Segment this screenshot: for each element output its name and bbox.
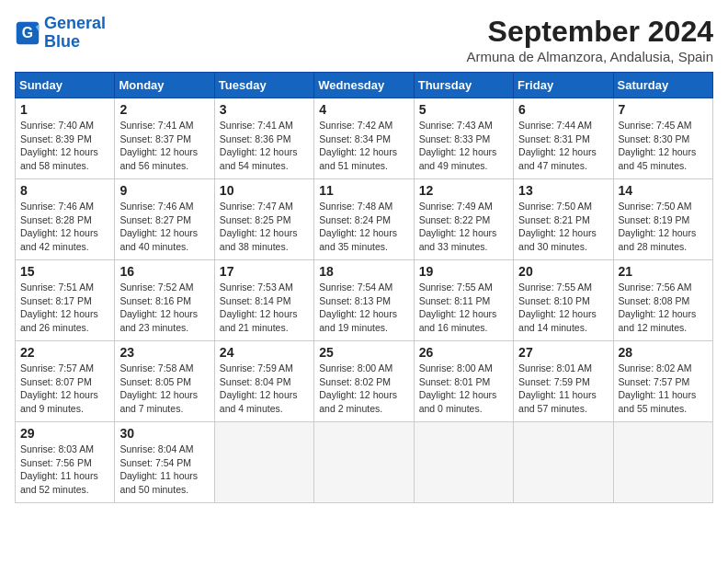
day-number: 2: [119, 102, 209, 117]
calendar-day-cell: 25 Sunrise: 8:00 AM Sunset: 8:02 PM Dayl…: [314, 341, 414, 422]
calendar-day-cell: [314, 422, 414, 503]
day-number: 21: [619, 264, 708, 279]
day-number: 1: [20, 102, 109, 117]
calendar-day-cell: 17 Sunrise: 7:53 AM Sunset: 8:14 PM Dayl…: [214, 260, 313, 341]
calendar-day-cell: 6 Sunrise: 7:44 AM Sunset: 8:31 PM Dayli…: [514, 98, 613, 179]
day-number: 24: [220, 345, 309, 360]
calendar-week-row: 1 Sunrise: 7:40 AM Sunset: 8:39 PM Dayli…: [16, 98, 713, 179]
calendar-week-row: 22 Sunrise: 7:57 AM Sunset: 8:07 PM Dayl…: [16, 341, 713, 422]
day-number: 19: [419, 264, 508, 279]
day-of-week-header: Friday: [514, 73, 613, 98]
day-info: Sunrise: 8:00 AM Sunset: 8:02 PM Dayligh…: [319, 362, 408, 416]
logo-text: General Blue: [44, 15, 106, 52]
day-number: 11: [319, 183, 408, 198]
day-info: Sunrise: 7:50 AM Sunset: 8:21 PM Dayligh…: [518, 200, 608, 254]
logo-icon: G: [15, 20, 40, 46]
day-number: 16: [119, 264, 209, 279]
day-of-week-header: Monday: [115, 73, 214, 98]
day-number: 17: [220, 264, 309, 279]
calendar-day-cell: [514, 422, 613, 503]
day-number: 14: [619, 183, 708, 198]
day-number: 12: [419, 183, 508, 198]
day-number: 25: [319, 345, 408, 360]
day-number: 13: [518, 183, 608, 198]
calendar-day-cell: 26 Sunrise: 8:00 AM Sunset: 8:01 PM Dayl…: [414, 341, 513, 422]
day-info: Sunrise: 8:02 AM Sunset: 7:57 PM Dayligh…: [619, 362, 708, 416]
calendar-day-cell: [214, 422, 313, 503]
day-info: Sunrise: 7:48 AM Sunset: 8:24 PM Dayligh…: [319, 200, 408, 254]
calendar-day-cell: 14 Sunrise: 7:50 AM Sunset: 8:19 PM Dayl…: [613, 179, 712, 260]
calendar-day-cell: 21 Sunrise: 7:56 AM Sunset: 8:08 PM Dayl…: [613, 260, 712, 341]
calendar-header: SundayMondayTuesdayWednesdayThursdayFrid…: [16, 73, 713, 98]
day-number: 22: [20, 345, 109, 360]
day-info: Sunrise: 7:42 AM Sunset: 8:34 PM Dayligh…: [319, 119, 408, 173]
calendar-table: SundayMondayTuesdayWednesdayThursdayFrid…: [15, 72, 713, 503]
day-number: 27: [518, 345, 608, 360]
calendar-day-cell: 11 Sunrise: 7:48 AM Sunset: 8:24 PM Dayl…: [314, 179, 414, 260]
calendar-week-row: 29 Sunrise: 8:03 AM Sunset: 7:56 PM Dayl…: [16, 422, 713, 503]
day-info: Sunrise: 7:59 AM Sunset: 8:04 PM Dayligh…: [220, 362, 309, 416]
day-info: Sunrise: 7:40 AM Sunset: 8:39 PM Dayligh…: [20, 119, 109, 173]
calendar-day-cell: 3 Sunrise: 7:41 AM Sunset: 8:36 PM Dayli…: [214, 98, 313, 179]
day-info: Sunrise: 7:47 AM Sunset: 8:25 PM Dayligh…: [220, 200, 309, 254]
day-number: 8: [20, 183, 109, 198]
day-of-week-header: Sunday: [16, 73, 115, 98]
calendar-day-cell: 20 Sunrise: 7:55 AM Sunset: 8:10 PM Dayl…: [514, 260, 613, 341]
day-info: Sunrise: 8:00 AM Sunset: 8:01 PM Dayligh…: [419, 362, 508, 416]
calendar-day-cell: 23 Sunrise: 7:58 AM Sunset: 8:05 PM Dayl…: [115, 341, 214, 422]
day-info: Sunrise: 7:43 AM Sunset: 8:33 PM Dayligh…: [419, 119, 508, 173]
calendar-day-cell: 19 Sunrise: 7:55 AM Sunset: 8:11 PM Dayl…: [414, 260, 513, 341]
calendar-day-cell: 13 Sunrise: 7:50 AM Sunset: 8:21 PM Dayl…: [514, 179, 613, 260]
day-info: Sunrise: 7:55 AM Sunset: 8:11 PM Dayligh…: [419, 281, 508, 335]
calendar-day-cell: 15 Sunrise: 7:51 AM Sunset: 8:17 PM Dayl…: [16, 260, 115, 341]
calendar-day-cell: 5 Sunrise: 7:43 AM Sunset: 8:33 PM Dayli…: [414, 98, 513, 179]
day-info: Sunrise: 7:46 AM Sunset: 8:27 PM Dayligh…: [119, 200, 209, 254]
calendar-day-cell: 22 Sunrise: 7:57 AM Sunset: 8:07 PM Dayl…: [16, 341, 115, 422]
day-of-week-header: Saturday: [613, 73, 712, 98]
calendar-day-cell: 28 Sunrise: 8:02 AM Sunset: 7:57 PM Dayl…: [613, 341, 712, 422]
day-info: Sunrise: 8:01 AM Sunset: 7:59 PM Dayligh…: [518, 362, 608, 416]
day-info: Sunrise: 8:03 AM Sunset: 7:56 PM Dayligh…: [20, 442, 109, 497]
day-number: 7: [619, 102, 708, 117]
day-info: Sunrise: 7:53 AM Sunset: 8:14 PM Dayligh…: [220, 281, 309, 335]
calendar-day-cell: 18 Sunrise: 7:54 AM Sunset: 8:13 PM Dayl…: [314, 260, 414, 341]
logo: G General Blue: [15, 15, 106, 52]
day-info: Sunrise: 7:54 AM Sunset: 8:13 PM Dayligh…: [319, 281, 408, 335]
day-info: Sunrise: 7:55 AM Sunset: 8:10 PM Dayligh…: [518, 281, 608, 335]
day-info: Sunrise: 7:46 AM Sunset: 8:28 PM Dayligh…: [20, 200, 109, 254]
day-number: 29: [20, 426, 109, 441]
day-info: Sunrise: 7:41 AM Sunset: 8:37 PM Dayligh…: [119, 119, 209, 173]
page-header: G General Blue September 2024 Armuna de …: [15, 15, 713, 64]
day-number: 4: [319, 102, 408, 117]
calendar-day-cell: 30 Sunrise: 8:04 AM Sunset: 7:54 PM Dayl…: [115, 422, 214, 503]
day-number: 30: [119, 426, 209, 441]
day-number: 18: [319, 264, 408, 279]
calendar-day-cell: 2 Sunrise: 7:41 AM Sunset: 8:37 PM Dayli…: [115, 98, 214, 179]
calendar-day-cell: 29 Sunrise: 8:03 AM Sunset: 7:56 PM Dayl…: [16, 422, 115, 503]
day-of-week-header: Thursday: [414, 73, 513, 98]
day-number: 9: [119, 183, 209, 198]
day-number: 26: [419, 345, 508, 360]
calendar-week-row: 8 Sunrise: 7:46 AM Sunset: 8:28 PM Dayli…: [16, 179, 713, 260]
title-block: September 2024 Armuna de Almanzora, Anda…: [467, 15, 714, 64]
day-info: Sunrise: 7:44 AM Sunset: 8:31 PM Dayligh…: [518, 119, 608, 173]
day-number: 6: [518, 102, 608, 117]
calendar-day-cell: [613, 422, 712, 503]
day-of-week-header: Tuesday: [214, 73, 313, 98]
day-headers-row: SundayMondayTuesdayWednesdayThursdayFrid…: [16, 73, 713, 98]
calendar-day-cell: 24 Sunrise: 7:59 AM Sunset: 8:04 PM Dayl…: [214, 341, 313, 422]
day-info: Sunrise: 8:04 AM Sunset: 7:54 PM Dayligh…: [119, 442, 209, 497]
day-info: Sunrise: 7:49 AM Sunset: 8:22 PM Dayligh…: [419, 200, 508, 254]
day-number: 15: [20, 264, 109, 279]
day-info: Sunrise: 7:50 AM Sunset: 8:19 PM Dayligh…: [619, 200, 708, 254]
calendar-day-cell: 7 Sunrise: 7:45 AM Sunset: 8:30 PM Dayli…: [613, 98, 712, 179]
calendar-day-cell: 8 Sunrise: 7:46 AM Sunset: 8:28 PM Dayli…: [16, 179, 115, 260]
calendar-day-cell: 4 Sunrise: 7:42 AM Sunset: 8:34 PM Dayli…: [314, 98, 414, 179]
day-info: Sunrise: 7:57 AM Sunset: 8:07 PM Dayligh…: [20, 362, 109, 416]
day-number: 3: [220, 102, 309, 117]
day-info: Sunrise: 7:52 AM Sunset: 8:16 PM Dayligh…: [119, 281, 209, 335]
calendar-day-cell: 27 Sunrise: 8:01 AM Sunset: 7:59 PM Dayl…: [514, 341, 613, 422]
day-info: Sunrise: 7:58 AM Sunset: 8:05 PM Dayligh…: [119, 362, 209, 416]
day-of-week-header: Wednesday: [314, 73, 414, 98]
calendar-day-cell: 9 Sunrise: 7:46 AM Sunset: 8:27 PM Dayli…: [115, 179, 214, 260]
